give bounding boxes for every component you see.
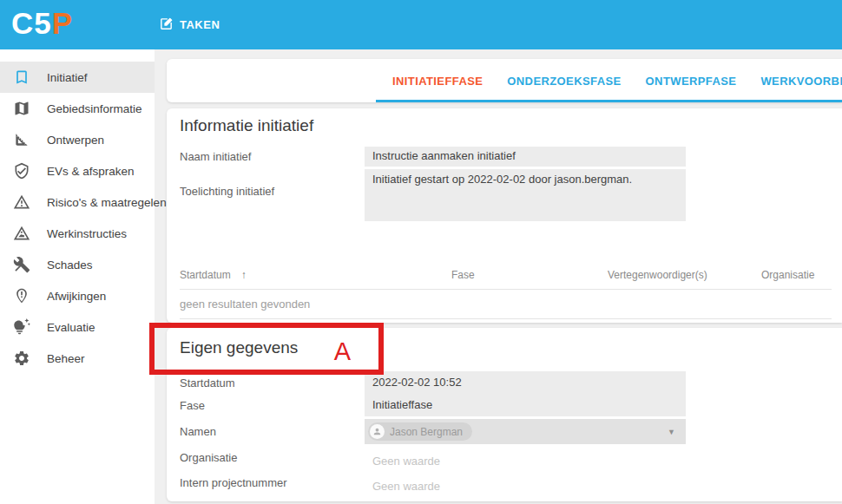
intern-projectnummer-input[interactable]: Geen waarde bbox=[365, 476, 686, 496]
roadwork-icon bbox=[13, 225, 30, 242]
shield-check-icon bbox=[13, 162, 30, 180]
phase-tab-bar: INITIATIEFFASE ONDERZOEKSFASE ONTWERPFAS… bbox=[167, 59, 842, 102]
sidebar-item-schades[interactable]: Schades bbox=[0, 249, 155, 280]
naam-initiatief-input[interactable]: Instructie aanmaken initiatief bbox=[365, 147, 686, 167]
sidebar-item-afwijkingen[interactable]: Afwijkingen bbox=[0, 280, 155, 311]
toelichting-initiatief-textarea[interactable]: Initiatief gestart op 2022-02-02 door ja… bbox=[365, 169, 686, 221]
tab-initiatieffase[interactable]: INITIATIEFFASE bbox=[392, 75, 483, 88]
field-label: Fase bbox=[180, 399, 365, 412]
field-startdatum: Startdatum 2022-02-02 10:52 bbox=[180, 371, 842, 394]
person-avatar-icon bbox=[370, 424, 385, 439]
field-label: Startdatum bbox=[180, 376, 365, 389]
tab-onderzoeksfase[interactable]: ONDERZOEKSFASE bbox=[507, 75, 621, 88]
app-header: C5P TAKEN bbox=[0, 0, 842, 49]
field-label: Naam initiatief bbox=[180, 150, 365, 163]
sidebar-item-ontwerpen[interactable]: Ontwerpen bbox=[0, 124, 155, 155]
table-empty-message: geen resultaten gevonden bbox=[180, 291, 832, 319]
sidebar-item-evs-afspraken[interactable]: EVs & afspraken bbox=[0, 155, 155, 187]
nav-item-taken[interactable]: TAKEN bbox=[159, 0, 220, 49]
field-label: Namen bbox=[180, 425, 365, 438]
sidebar-item-beheer[interactable]: Beheer bbox=[0, 343, 155, 374]
eigen-gegevens-card: Eigen gegevens Startdatum 2022-02-02 10:… bbox=[167, 328, 842, 501]
field-fase: Fase Initiatieffase bbox=[180, 394, 842, 416]
field-label: Toelichting initiatief bbox=[180, 169, 365, 221]
warning-icon bbox=[13, 193, 30, 211]
tools-icon bbox=[13, 256, 30, 273]
chevron-down-icon: ▼ bbox=[668, 428, 675, 436]
lightbulb-icon bbox=[13, 318, 30, 336]
column-header-startdatum[interactable]: Startdatum↑ bbox=[180, 269, 451, 281]
field-namen: Namen Jason Bergman ▼ bbox=[180, 419, 842, 444]
set-square-icon bbox=[13, 131, 30, 148]
sidebar-item-risicos-maatregelen[interactable]: Risico's & maatregelen bbox=[0, 187, 155, 218]
sidebar-item-initiatief[interactable]: Initiatief bbox=[0, 62, 155, 93]
bookmark-icon bbox=[13, 69, 30, 86]
field-label: Organisatie bbox=[180, 451, 365, 471]
sidebar-item-werkinstructies[interactable]: Werkinstructies bbox=[0, 218, 155, 249]
phase-tabs: INITIATIEFFASE ONDERZOEKSFASE ONTWERPFAS… bbox=[376, 59, 842, 102]
startdatum-input[interactable]: 2022-02-02 10:52 bbox=[365, 371, 686, 394]
map-icon bbox=[13, 100, 30, 117]
organisatie-input[interactable]: Geen waarde bbox=[365, 451, 686, 471]
app-logo: C5P bbox=[11, 6, 73, 41]
nav-item-label: TAKEN bbox=[180, 18, 220, 31]
column-header-organisatie[interactable]: Organisatie bbox=[761, 269, 832, 281]
fase-input[interactable]: Initiatieffase bbox=[365, 394, 686, 416]
field-intern-projectnummer: Intern projectnummer Geen waarde bbox=[180, 476, 842, 496]
main-content: INITIATIEFFASE ONDERZOEKSFASE ONTWERPFAS… bbox=[155, 49, 842, 504]
tab-ontwerpfase[interactable]: ONTWERPFASE bbox=[646, 75, 737, 88]
tab-indicator bbox=[376, 100, 842, 102]
field-naam-initiatief: Naam initiatief Instructie aanmaken init… bbox=[180, 147, 842, 167]
edit-icon bbox=[159, 16, 174, 34]
field-toelichting-initiatief: Toelichting initiatief Initiatief gestar… bbox=[180, 169, 842, 221]
gear-icon bbox=[13, 350, 30, 367]
sidebar-item-evaluatie[interactable]: Evaluatie bbox=[0, 311, 155, 343]
field-label: Intern projectnummer bbox=[180, 476, 365, 496]
results-table-header: Startdatum↑ Fase Vertegenwoordiger(s) Or… bbox=[180, 269, 832, 290]
sidebar: Initiatief Gebiedsinformatie Ontwerpen E… bbox=[0, 49, 155, 504]
column-header-vertegenwoordigers[interactable]: Vertegenwoordiger(s) bbox=[608, 269, 761, 281]
tab-werkvoorbereidingsfase[interactable]: WERKVOORBEREIDINGSFASE bbox=[760, 75, 842, 88]
field-organisatie: Organisatie Geen waarde bbox=[180, 451, 842, 471]
namen-select[interactable]: Jason Bergman ▼ bbox=[365, 419, 686, 444]
sidebar-item-gebiedsinformatie[interactable]: Gebiedsinformatie bbox=[0, 93, 155, 124]
column-header-fase[interactable]: Fase bbox=[451, 269, 608, 281]
sort-arrow-up-icon: ↑ bbox=[241, 269, 247, 281]
section-title-eigen-gegevens: Eigen gegevens bbox=[180, 338, 298, 357]
pin-alert-icon bbox=[13, 287, 30, 304]
section-title-informatie: Informatie initiatief bbox=[180, 116, 313, 135]
person-chip-label: Jason Bergman bbox=[390, 426, 463, 438]
person-chip: Jason Bergman bbox=[368, 422, 472, 441]
informatie-initiatief-card: Informatie initiatief Naam initiatief In… bbox=[167, 108, 842, 323]
